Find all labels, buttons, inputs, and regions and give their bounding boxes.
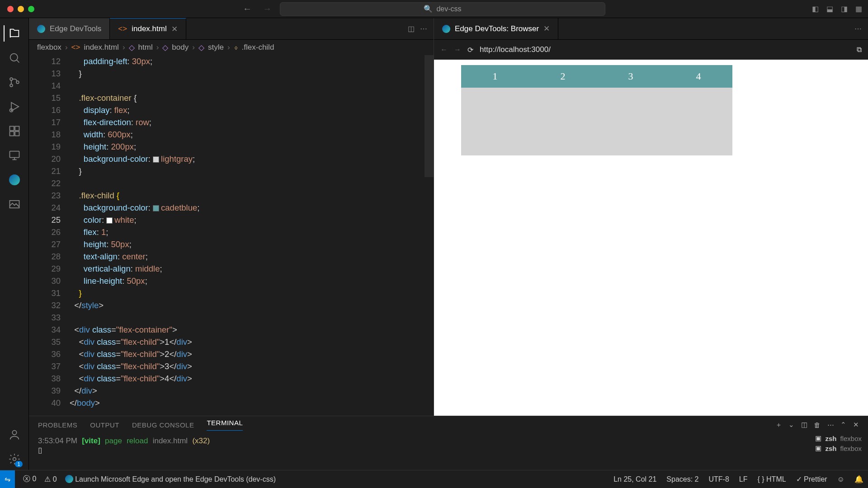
image-viewer-icon[interactable] — [4, 193, 25, 215]
window-controls — [7, 6, 34, 12]
remote-explorer-icon[interactable] — [4, 145, 25, 166]
breadcrumb-item[interactable]: .flex-child — [242, 43, 274, 52]
terminal-session[interactable]: ▣ zsh flexbox — [815, 444, 862, 452]
tab-edge-devtools[interactable]: Edge DevTools — [29, 18, 110, 39]
errors-count[interactable]: ⓧ 0 — [23, 474, 36, 484]
warnings-count[interactable]: ⚠ 0 — [44, 475, 57, 483]
svg-point-14 — [13, 458, 16, 461]
flex-container: 1 2 3 4 — [461, 65, 732, 155]
toggle-panel-left-icon[interactable]: ◧ — [810, 4, 820, 14]
tab-label: Edge DevTools — [50, 24, 101, 33]
nav-forward-button[interactable]: → — [259, 2, 275, 16]
panel-tab-output[interactable]: OUTPUT — [90, 421, 119, 429]
nav-back-button[interactable]: ← — [239, 2, 255, 16]
preview-viewport: 1 2 3 4 — [461, 65, 745, 155]
activity-bar: 1 — [0, 18, 29, 470]
nav-forward-icon[interactable]: → — [454, 46, 461, 54]
terminal-session[interactable]: ▣ zsh flexbox — [815, 434, 862, 442]
extensions-icon[interactable] — [4, 120, 25, 142]
more-actions-icon[interactable]: ⋯ — [854, 24, 862, 33]
language-mode[interactable]: { } HTML — [757, 475, 786, 483]
edge-tools-icon[interactable] — [4, 169, 25, 191]
indentation[interactable]: Spaces: 2 — [666, 475, 698, 483]
settings-gear-icon[interactable]: 1 — [4, 448, 25, 470]
symbol-icon: ⬨ — [234, 43, 238, 52]
editor-group-left: Edge DevTools <> index.html ✕ ◫ ⋯ flexbo… — [29, 18, 434, 470]
close-tab-icon[interactable]: ✕ — [171, 24, 178, 34]
close-tab-icon[interactable]: ✕ — [543, 24, 550, 33]
flex-child: 1 — [461, 65, 529, 88]
feedback-icon[interactable]: ☺ — [837, 475, 844, 483]
accounts-icon[interactable] — [4, 424, 25, 446]
breadcrumb-item[interactable]: style — [208, 43, 224, 52]
svg-point-4 — [16, 81, 19, 84]
svg-rect-11 — [9, 151, 19, 158]
run-debug-icon[interactable] — [4, 96, 25, 117]
symbol-icon: ◇ — [198, 43, 204, 52]
tab-index-html[interactable]: <> index.html ✕ — [110, 18, 186, 39]
url-text[interactable]: http://localhost:3000/ — [480, 45, 850, 54]
titlebar: ← → 🔍 dev-css ◧ ⬓ ◨ ▦ — [0, 0, 868, 18]
svg-rect-10 — [15, 131, 19, 136]
svg-point-2 — [10, 78, 13, 80]
terminal-icon: ▣ — [815, 444, 821, 452]
browser-preview[interactable]: 1 2 3 4 — [434, 60, 868, 449]
main-area: 1 Edge DevTools <> index.html ✕ ◫ ⋯ — [0, 18, 868, 470]
breadcrumb-bar[interactable]: flexbox› <> index.html› ◇ html› ◇ body› … — [29, 40, 434, 55]
minimap[interactable] — [425, 55, 434, 470]
close-panel-icon[interactable]: ✕ — [853, 421, 859, 429]
panel-tab-terminal[interactable]: TERMINAL — [207, 419, 243, 431]
eol[interactable]: LF — [739, 475, 748, 483]
toggle-panel-bottom-icon[interactable]: ⬓ — [825, 4, 835, 14]
close-window-button[interactable] — [7, 6, 14, 12]
breadcrumb-item[interactable]: body — [172, 43, 189, 52]
panel-tab-problems[interactable]: PROBLEMS — [38, 421, 77, 429]
cursor-position[interactable]: Ln 25, Col 21 — [613, 475, 656, 483]
editor-groups: Edge DevTools <> index.html ✕ ◫ ⋯ flexbo… — [29, 18, 868, 470]
terminal-sessions: ▣ zsh flexbox ▣ zsh flexbox — [815, 434, 862, 452]
open-external-icon[interactable]: ⧉ — [857, 46, 862, 54]
svg-point-3 — [10, 84, 13, 87]
customize-layout-icon[interactable]: ▦ — [854, 4, 863, 14]
breadcrumb-item[interactable]: flexbox — [37, 43, 61, 52]
html-icon: <> — [118, 24, 127, 33]
terminal-icon: ▣ — [815, 434, 821, 442]
browser-toolbar: ← → ⟳ http://localhost:3000/ ⧉ — [434, 40, 868, 60]
more-actions-icon[interactable]: ⋯ — [827, 421, 835, 429]
remote-indicator[interactable]: ⇋ — [0, 470, 15, 488]
maximize-panel-icon[interactable]: ⌃ — [840, 421, 847, 429]
svg-point-0 — [10, 54, 17, 61]
minimize-window-button[interactable] — [18, 6, 24, 12]
terminal-output[interactable]: 3:53:04 PM [vite] page reload index.html… — [29, 433, 868, 470]
more-actions-icon[interactable]: ⋯ — [420, 24, 427, 33]
terminal-dropdown-icon[interactable]: ⌄ — [788, 421, 795, 429]
encoding[interactable]: UTF-8 — [708, 475, 729, 483]
tab-devtools-browser[interactable]: Edge DevTools: Browser ✕ — [434, 18, 558, 39]
search-activity-icon[interactable] — [4, 47, 25, 69]
breadcrumb-item[interactable]: index.html — [84, 43, 118, 52]
tab-row-right: Edge DevTools: Browser ✕ ⋯ — [434, 18, 868, 40]
explorer-icon[interactable] — [4, 23, 25, 44]
reload-icon[interactable]: ⟳ — [467, 46, 473, 54]
svg-rect-9 — [9, 131, 14, 136]
zoom-window-button[interactable] — [28, 6, 34, 12]
breadcrumb-item[interactable]: html — [138, 43, 153, 52]
svg-rect-7 — [9, 127, 14, 131]
edge-launch-command[interactable]: Launch Microsoft Edge and open the Edge … — [65, 475, 276, 483]
command-center-input[interactable]: 🔍 dev-css — [280, 2, 605, 16]
prettier-status[interactable]: ✓ Prettier — [796, 475, 827, 483]
edge-icon — [65, 475, 73, 483]
nav-back-icon[interactable]: ← — [440, 46, 448, 54]
panel-tab-debug-console[interactable]: DEBUG CONSOLE — [132, 421, 194, 429]
kill-terminal-icon[interactable]: 🗑 — [814, 421, 821, 429]
split-editor-icon[interactable]: ◫ — [408, 24, 415, 33]
layout-controls: ◧ ⬓ ◨ ▦ — [810, 4, 863, 14]
svg-rect-8 — [15, 127, 19, 131]
source-control-icon[interactable] — [4, 71, 25, 93]
flex-child: 4 — [665, 65, 732, 88]
toggle-panel-right-icon[interactable]: ◨ — [839, 4, 849, 14]
new-terminal-icon[interactable]: ＋ — [775, 421, 783, 429]
split-terminal-icon[interactable]: ◫ — [801, 421, 808, 429]
notifications-icon[interactable]: 🔔 — [854, 475, 863, 483]
code-editor[interactable]: 1213141516171819202122232425262728293031… — [29, 55, 434, 470]
